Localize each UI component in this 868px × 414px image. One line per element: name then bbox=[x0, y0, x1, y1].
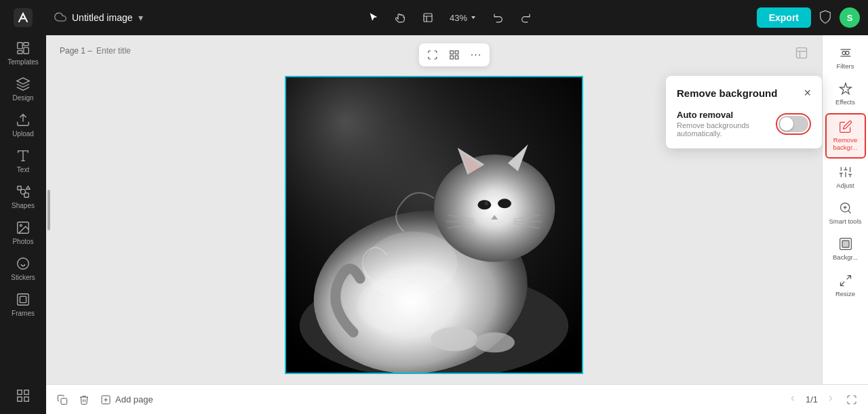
zoom-control[interactable]: 43% bbox=[444, 10, 482, 26]
fullscreen-button[interactable] bbox=[844, 392, 860, 408]
next-page-button[interactable] bbox=[823, 391, 838, 408]
page-label: Page 1 – bbox=[60, 46, 92, 56]
svg-rect-23 bbox=[455, 51, 458, 54]
title-area: Untitled image ▾ bbox=[54, 11, 143, 25]
zoom-value: 43% bbox=[450, 13, 467, 23]
svg-rect-15 bbox=[18, 294, 29, 306]
svg-rect-9 bbox=[18, 186, 22, 190]
canvas-grid-button[interactable] bbox=[445, 47, 464, 63]
sidebar-item-upload[interactable]: Upload bbox=[0, 107, 46, 143]
app-logo[interactable] bbox=[11, 5, 35, 30]
rt-item-filters[interactable]: Filters bbox=[825, 41, 866, 75]
redo-button[interactable] bbox=[515, 7, 536, 28]
sidebar-item-shapes[interactable]: Shapes bbox=[0, 179, 46, 215]
sidebar-item-templates[interactable]: Templates bbox=[0, 35, 46, 71]
svg-rect-25 bbox=[455, 56, 458, 59]
sidebar-text-label: Text bbox=[17, 166, 29, 173]
rt-item-adjust[interactable]: Adjust bbox=[825, 160, 866, 194]
cat-svg bbox=[286, 76, 582, 374]
svg-line-66 bbox=[846, 275, 850, 279]
panel-close-button[interactable]: × bbox=[804, 87, 811, 99]
shield-button[interactable] bbox=[818, 9, 833, 26]
rt-item-background[interactable]: Backgr... bbox=[825, 232, 866, 266]
auto-removal-desc: Remove backgrounds automatically. bbox=[677, 121, 770, 138]
svg-rect-19 bbox=[18, 397, 22, 401]
svg-rect-49 bbox=[286, 77, 582, 373]
canvas-fit-button[interactable] bbox=[423, 47, 442, 63]
undo-button[interactable] bbox=[488, 7, 509, 28]
svg-marker-10 bbox=[26, 186, 31, 190]
left-scroll-indicator bbox=[46, 35, 52, 384]
frame-grid-button[interactable] bbox=[417, 7, 439, 28]
bottom-bar: Add page 1/1 bbox=[46, 384, 868, 414]
add-page-button[interactable]: Add page bbox=[98, 392, 156, 408]
main-content: Page 1 – ··· bbox=[46, 35, 868, 414]
auto-removal-title: Auto removal bbox=[677, 110, 770, 120]
page-title-input[interactable] bbox=[96, 46, 198, 56]
auto-removal-toggle[interactable] bbox=[778, 116, 808, 132]
sidebar-item-frames[interactable]: Frames bbox=[0, 287, 46, 323]
user-avatar[interactable]: S bbox=[840, 7, 860, 28]
rt-item-resize[interactable]: Resize bbox=[825, 268, 866, 303]
svg-rect-18 bbox=[24, 390, 28, 394]
svg-point-13 bbox=[20, 224, 22, 226]
auto-removal-row: Auto removal Remove backgrounds automati… bbox=[677, 110, 811, 138]
svg-point-51 bbox=[846, 51, 849, 55]
rt-resize-label: Resize bbox=[835, 290, 855, 297]
top-center-tools: 43% bbox=[143, 7, 757, 28]
sidebar-item-design[interactable]: Design bbox=[0, 71, 46, 107]
canvas-image[interactable] bbox=[285, 76, 583, 374]
svg-point-50 bbox=[842, 51, 846, 55]
svg-rect-68 bbox=[61, 398, 67, 405]
svg-point-14 bbox=[18, 258, 29, 270]
rt-item-remove-background[interactable]: Remove backgr... bbox=[825, 113, 866, 159]
sidebar-shapes-label: Shapes bbox=[12, 202, 35, 209]
canvas-more-button[interactable]: ··· bbox=[467, 46, 486, 64]
svg-rect-26 bbox=[797, 48, 807, 58]
scroll-thumb[interactable] bbox=[47, 190, 50, 230]
svg-line-67 bbox=[840, 281, 844, 285]
rt-item-effects[interactable]: Effects bbox=[825, 77, 866, 111]
add-page-label: Add page bbox=[115, 394, 153, 405]
hand-tool-button[interactable] bbox=[390, 7, 412, 28]
canvas-wrapper[interactable] bbox=[285, 76, 583, 374]
document-title: Untitled image bbox=[72, 12, 133, 23]
title-dropdown-chevron[interactable]: ▾ bbox=[138, 12, 143, 23]
remove-background-panel: Remove background × Auto removal Remove … bbox=[666, 76, 822, 148]
sidebar-upload-label: Upload bbox=[12, 130, 34, 138]
select-tool-button[interactable] bbox=[363, 7, 384, 28]
svg-rect-20 bbox=[24, 397, 28, 401]
top-right: Export S bbox=[757, 7, 860, 28]
svg-rect-17 bbox=[18, 390, 22, 394]
sidebar-item-stickers[interactable]: Stickers bbox=[0, 251, 46, 287]
sidebar-frames-label: Frames bbox=[12, 310, 35, 317]
left-sidebar: Templates Design Upload Text bbox=[0, 0, 46, 414]
svg-rect-1 bbox=[18, 43, 22, 49]
cloud-icon bbox=[54, 11, 66, 25]
svg-rect-24 bbox=[450, 56, 454, 59]
canvas-toolbar: ··· bbox=[419, 43, 490, 66]
export-button[interactable]: Export bbox=[757, 7, 811, 28]
delete-page-button[interactable] bbox=[76, 392, 92, 408]
sidebar-photos-label: Photos bbox=[12, 238, 33, 245]
panel-title: Remove background bbox=[677, 87, 777, 99]
sidebar-item-photos[interactable]: Photos bbox=[0, 215, 46, 251]
svg-rect-21 bbox=[424, 14, 432, 22]
sidebar-design-label: Design bbox=[12, 94, 33, 102]
rt-filters-label: Filters bbox=[837, 62, 854, 70]
auto-removal-text: Auto removal Remove backgrounds automati… bbox=[677, 110, 770, 138]
rt-adjust-label: Adjust bbox=[836, 182, 854, 189]
svg-rect-2 bbox=[24, 43, 28, 46]
prev-page-button[interactable] bbox=[785, 391, 800, 408]
svg-rect-65 bbox=[842, 241, 849, 247]
rt-item-smart-tools[interactable]: Smart tools bbox=[825, 196, 866, 230]
svg-rect-0 bbox=[14, 8, 33, 27]
copy-page-button[interactable] bbox=[54, 392, 71, 408]
rt-removebg-label: Remove backgr... bbox=[829, 136, 862, 152]
sidebar-stickers-label: Stickers bbox=[11, 274, 35, 281]
bottom-right: 1/1 bbox=[785, 391, 860, 408]
sidebar-item-text[interactable]: Text bbox=[0, 143, 46, 179]
svg-rect-22 bbox=[450, 51, 454, 54]
svg-rect-3 bbox=[24, 47, 28, 54]
sidebar-item-more[interactable] bbox=[0, 383, 46, 409]
